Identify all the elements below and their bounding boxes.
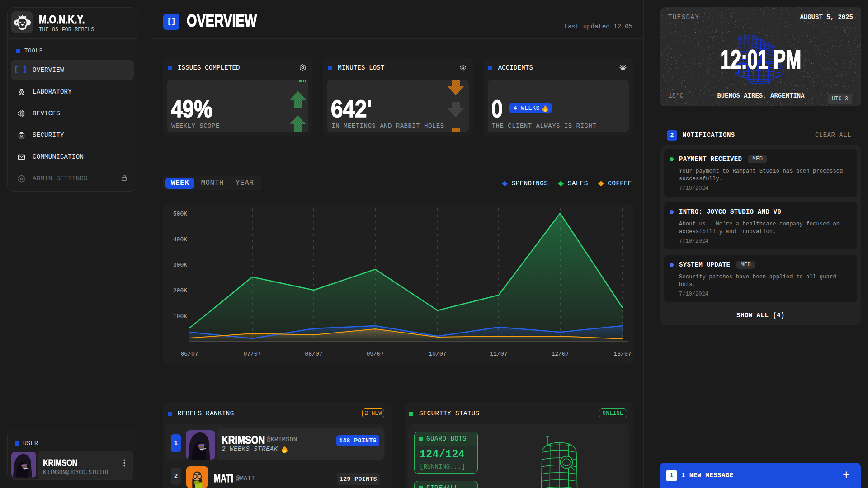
svg-text:08/07: 08/07	[305, 351, 322, 357]
svg-text:10/07: 10/07	[429, 351, 446, 357]
svg-text:09/07: 09/07	[366, 351, 384, 357]
svg-text:07/07: 07/07	[243, 351, 261, 357]
svg-text:12/07: 12/07	[551, 351, 569, 357]
svg-text:400K: 400K	[173, 236, 187, 243]
svg-text:06/07: 06/07	[180, 351, 198, 357]
svg-text:300K: 300K	[173, 262, 187, 268]
svg-text:200K: 200K	[173, 287, 187, 294]
svg-text:100K: 100K	[173, 313, 187, 320]
svg-text:11/07: 11/07	[490, 351, 507, 357]
svg-text:13/07: 13/07	[613, 351, 631, 357]
svg-text:500K: 500K	[173, 211, 187, 217]
